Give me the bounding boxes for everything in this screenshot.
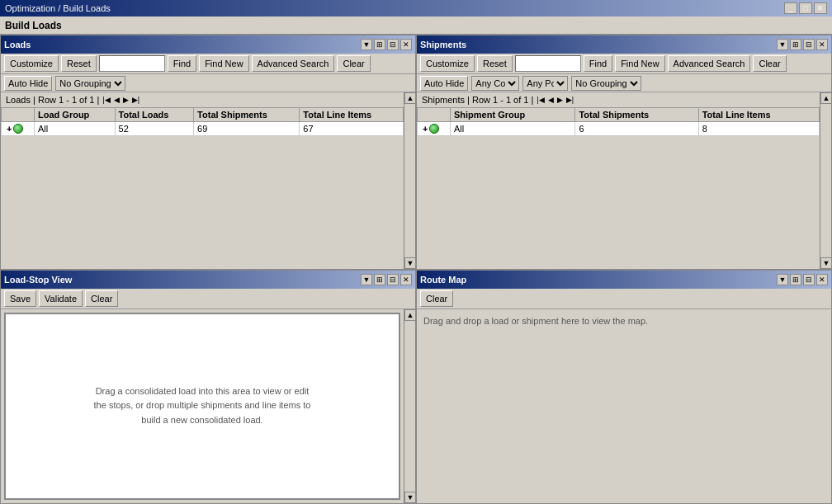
loads-row-loadgroup: All (35, 122, 116, 136)
loads-close-icon[interactable]: ✕ (400, 39, 412, 50)
load-stop-scroll-up[interactable]: ▲ (404, 309, 415, 321)
main-content: Loads ▼ ⊞ ⊟ ✕ Customize Reset Find Find … (0, 35, 832, 504)
load-stop-scrollbar[interactable]: ▲ ▼ (404, 309, 415, 504)
shipments-col-header-shipmentgroup[interactable]: Shipment Group (451, 108, 575, 122)
shipments-nav-first[interactable]: |◀ (537, 96, 544, 104)
shipments-detach-icon[interactable]: ⊟ (803, 39, 815, 50)
loads-panel: Loads ▼ ⊞ ⊟ ✕ Customize Reset Find Find … (0, 35, 416, 270)
loads-grouping-bar: Auto Hide No Grouping (1, 74, 415, 92)
load-stop-expand-icon[interactable]: ⊞ (374, 274, 385, 285)
loads-scroll-down[interactable]: ▼ (404, 257, 415, 269)
minimize-button[interactable]: _ (784, 2, 797, 14)
shipments-nav-last[interactable]: ▶| (566, 96, 574, 104)
shipments-customize-button[interactable]: Customize (420, 55, 475, 72)
load-stop-panel-header: Load-Stop View ▼ ⊞ ⊟ ✕ (1, 271, 415, 289)
load-stop-scroll-down[interactable]: ▼ (404, 492, 415, 503)
load-stop-pin-icon[interactable]: ▼ (361, 274, 372, 285)
loads-nav-first[interactable]: |◀ (102, 96, 110, 104)
loads-nav-next[interactable]: ▶ (123, 96, 129, 104)
shipments-col-header-totallineitems[interactable]: Total Line Items (698, 108, 819, 122)
shipments-toolbar: Customize Reset Find Find New Advanced S… (417, 54, 831, 74)
shipments-table-container: Shipment Group Total Shipments Total Lin… (417, 107, 820, 269)
close-button[interactable]: ✕ (814, 2, 827, 14)
shipments-row-info: Shipments | Row 1 - 1 of 1 | |◀ ◀ ▶ ▶| (417, 92, 820, 107)
title-bar: Optimization / Build Loads _ □ ✕ (0, 0, 832, 16)
loads-clear-button[interactable]: Clear (337, 55, 370, 72)
loads-col-header-totalshipments[interactable]: Total Shipments (194, 108, 300, 122)
shipments-nav-next[interactable]: ▶ (557, 96, 563, 104)
loads-col-header-totallineitems[interactable]: Total Line Items (300, 108, 404, 122)
loads-find-new-button[interactable]: Find New (199, 55, 248, 72)
shipments-reset-button[interactable]: Reset (477, 55, 513, 72)
load-stop-validate-button[interactable]: Validate (39, 290, 83, 307)
shipments-advanced-search-button[interactable]: Advanced Search (668, 55, 751, 72)
loads-autohide-button[interactable]: Auto Hide (4, 76, 52, 91)
shipments-col-header-empty (418, 108, 451, 122)
loads-customize-button[interactable]: Customize (4, 55, 59, 72)
shipments-panel-header: Shipments ▼ ⊞ ⊟ ✕ (417, 35, 831, 54)
route-map-pin-icon[interactable]: ▼ (777, 274, 788, 285)
shipments-scrollbar[interactable]: ▲ ▼ (820, 92, 831, 269)
route-map-detach-icon[interactable]: ⊟ (803, 274, 815, 285)
shipments-grouping-bar: Auto Hide Any Co... Any Po... No Groupin… (417, 74, 831, 92)
loads-panel-title: Loads (4, 40, 31, 49)
title-bar-controls: _ □ ✕ (784, 2, 827, 14)
maximize-button[interactable]: □ (799, 2, 812, 14)
shipments-grouping-select[interactable]: No Grouping (571, 76, 641, 91)
shipments-scroll-track (820, 104, 831, 257)
shipments-panel-body: Shipments | Row 1 - 1 of 1 | |◀ ◀ ▶ ▶| S… (417, 92, 831, 269)
loads-panel-controls: ▼ ⊞ ⊟ ✕ (361, 39, 412, 50)
route-map-expand-icon[interactable]: ⊞ (790, 274, 801, 285)
loads-reset-button[interactable]: Reset (61, 55, 97, 72)
loads-scroll-track (404, 104, 415, 257)
loads-detach-icon[interactable]: ⊟ (387, 39, 399, 50)
route-map-clear-button[interactable]: Clear (420, 290, 453, 307)
loads-nav-prev[interactable]: ◀ (114, 96, 120, 104)
shipments-panel: Shipments ▼ ⊞ ⊟ ✕ Customize Reset Find F… (416, 35, 832, 270)
loads-grouping-select[interactable]: No Grouping (55, 76, 125, 91)
loads-col-header-empty (2, 108, 35, 122)
shipments-row-plus[interactable]: + (423, 124, 428, 134)
loads-panel-header: Loads ▼ ⊞ ⊟ ✕ (1, 35, 415, 54)
route-map-toolbar: Clear (417, 289, 831, 309)
loads-row-plus[interactable]: + (7, 124, 12, 134)
route-map-close-icon[interactable]: ✕ (816, 274, 828, 285)
load-stop-close-icon[interactable]: ✕ (400, 274, 412, 285)
route-map-panel-header: Route Map ▼ ⊞ ⊟ ✕ (417, 271, 831, 289)
shipments-pin-icon[interactable]: ▼ (777, 39, 788, 50)
loads-col-header-loadgroup[interactable]: Load Group (35, 108, 116, 122)
loads-advanced-search-button[interactable]: Advanced Search (252, 55, 335, 72)
shipments-panel-title: Shipments (420, 40, 466, 49)
loads-search-input[interactable] (99, 55, 165, 72)
load-stop-detach-icon[interactable]: ⊟ (387, 274, 399, 285)
loads-col-header-totalloads[interactable]: Total Loads (115, 108, 194, 122)
loads-scrollbar[interactable]: ▲ ▼ (404, 92, 415, 269)
shipments-nav-prev[interactable]: ◀ (548, 96, 554, 104)
shipments-find-new-button[interactable]: Find New (615, 55, 664, 72)
shipments-consignee-select[interactable]: Any Co... (471, 76, 519, 91)
load-stop-panel-controls: ▼ ⊞ ⊟ ✕ (361, 274, 412, 285)
loads-find-button[interactable]: Find (168, 55, 196, 72)
shipments-close-icon[interactable]: ✕ (816, 39, 828, 50)
load-stop-clear-button[interactable]: Clear (85, 290, 118, 307)
loads-row-green-dot (13, 124, 23, 134)
shipments-clear-button[interactable]: Clear (753, 55, 786, 72)
shipments-scroll-down[interactable]: ▼ (820, 257, 831, 269)
shipments-col-header-totalshipments[interactable]: Total Shipments (575, 108, 698, 122)
loads-table: Load Group Total Loads Total Shipments T… (1, 107, 404, 136)
load-stop-save-button[interactable]: Save (4, 290, 36, 307)
loads-expand-icon[interactable]: ⊞ (374, 39, 385, 50)
shipments-scroll-up[interactable]: ▲ (820, 92, 831, 104)
loads-nav-last[interactable]: ▶| (132, 96, 139, 104)
loads-pin-icon[interactable]: ▼ (361, 39, 372, 50)
shipments-row-totallineitems: 8 (698, 122, 819, 136)
route-map-panel-body: Drag and drop a load or shipment here to… (417, 309, 831, 504)
shipments-find-button[interactable]: Find (584, 55, 612, 72)
shipments-expand-icon[interactable]: ⊞ (790, 39, 801, 50)
shipments-port-select[interactable]: Any Po... (522, 76, 568, 91)
shipments-search-input[interactable] (515, 55, 581, 72)
shipments-autohide-button[interactable]: Auto Hide (420, 76, 468, 91)
loads-row-totallineitems: 67 (300, 122, 404, 136)
loads-scroll-up[interactable]: ▲ (404, 92, 415, 104)
load-stop-drag-area[interactable]: Drag a consolidated load into this area … (4, 313, 400, 501)
